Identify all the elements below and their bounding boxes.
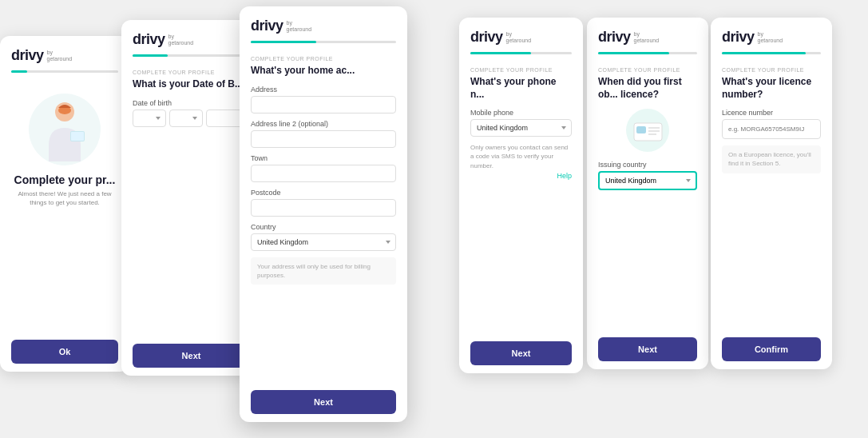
progress-bar-ld-bg — [722, 52, 821, 54]
issuing-country-label: Issuing country — [598, 161, 697, 169]
address2-input[interactable] — [251, 130, 396, 148]
progress-bar-phone-bg — [470, 52, 572, 54]
card-welcome-header: drivy by getaround — [0, 36, 129, 78]
logo-phone: drivy by getaround — [470, 29, 572, 46]
progress-bar-dob — [133, 54, 168, 57]
progress-bar-phone — [470, 52, 531, 54]
dob-month-select[interactable] — [169, 110, 203, 127]
card-phone-header: drivy by getaround — [459, 18, 583, 59]
logo-drivy-ld: drivy — [722, 29, 755, 46]
phone-country-select[interactable]: United Kingdom France — [470, 119, 572, 137]
progress-bar-address — [251, 41, 316, 43]
card-lc-title: When did you first ob... licence? — [598, 76, 697, 101]
phone-info: Only owners you contact can send a code … — [470, 143, 572, 170]
postcode-label: Postcode — [251, 189, 396, 197]
lc-next-button[interactable]: Next — [598, 337, 697, 361]
card-phone-title: What's your phone n... — [470, 76, 572, 101]
logo: drivy by getaround — [11, 47, 118, 64]
address-input[interactable] — [251, 96, 396, 113]
section-label-ld: COMPLETE YOUR PROFILE — [722, 67, 821, 73]
card-ld-body: COMPLETE YOUR PROFILE What's your licenc… — [711, 59, 832, 329]
phone-field-group: Mobile phone United Kingdom France — [470, 109, 572, 137]
logo-drivy-phone: drivy — [470, 29, 503, 46]
logo-ld: drivy by getaround — [722, 29, 821, 46]
cards-container: drivy by getaround — [0, 0, 868, 438]
welcome-illustration — [29, 94, 101, 165]
issuing-country-select[interactable]: United Kingdom France — [598, 171, 697, 190]
dob-selects — [133, 110, 250, 127]
phone-field-label: Mobile phone — [470, 109, 572, 117]
ok-button[interactable]: Ok — [11, 340, 118, 364]
card-welcome-body: Complete your pr... Almost there! We jus… — [0, 78, 129, 332]
confirm-button[interactable]: Confirm — [722, 337, 821, 361]
dob-field-label: Date of birth — [133, 99, 250, 107]
section-label-dob: COMPLETE YOUR PROFILE — [133, 70, 250, 75]
progress-bar-lc-bg — [598, 52, 697, 54]
card-phone-body: COMPLETE YOUR PROFILE What's your phone … — [459, 59, 583, 333]
address2-label: Address line 2 (optional) — [251, 120, 396, 128]
logo-drivy-address: drivy — [251, 18, 283, 34]
country-field: Country United Kingdom France Germany — [251, 223, 396, 251]
progress-bar-address-bg — [251, 41, 396, 43]
address-note: Your address will only be used for billi… — [251, 257, 396, 285]
address-next-button[interactable]: Next — [251, 390, 396, 414]
card-ld-footer: Confirm — [711, 329, 832, 369]
postcode-field: Postcode — [251, 189, 396, 217]
card-dob-title: What is your Date of B... — [133, 78, 250, 91]
town-field: Town — [251, 154, 396, 182]
help-link[interactable]: Help — [470, 172, 572, 180]
address-field: Address — [251, 86, 396, 113]
progress-bar-dob-bg — [133, 54, 250, 57]
phone-next-button[interactable]: Next — [470, 341, 572, 365]
svg-rect-3 — [71, 132, 84, 141]
licence-illustration — [626, 109, 670, 153]
card-licence-date: drivy by getaround COMPLETE YOUR PROFILE… — [711, 18, 832, 369]
progress-bar — [11, 70, 27, 73]
progress-bar-lc — [598, 52, 669, 54]
card-lc-footer: Next — [587, 329, 708, 369]
address-label: Address — [251, 86, 396, 94]
card-phone: drivy by getaround COMPLETE YOUR PROFILE… — [459, 18, 583, 373]
person-icon — [37, 98, 93, 161]
section-label-phone: COMPLETE YOUR PROFILE — [470, 67, 572, 73]
card-address-header: drivy by getaround — [240, 6, 407, 48]
logo-drivy-text: drivy — [11, 47, 44, 64]
licence-number-field: Licence number — [722, 109, 821, 139]
welcome-title: Complete your pr... — [11, 173, 118, 186]
card-ld-header: drivy by getaround — [711, 18, 832, 59]
card-ld-title: What's your licence number? — [722, 76, 821, 101]
section-label-address: COMPLETE YOUR PROFILE — [251, 56, 396, 62]
licence-number-input[interactable] — [722, 119, 821, 139]
dob-day-select[interactable] — [133, 110, 166, 127]
logo-by: by — [47, 50, 73, 56]
card-licence-country: drivy by getaround COMPLETE YOUR PROFILE… — [587, 18, 708, 369]
progress-bar-bg — [11, 70, 118, 73]
licence-number-label: Licence number — [722, 109, 821, 117]
welcome-subtitle: Almost there! We just need a few things … — [11, 189, 118, 207]
card-welcome: drivy by getaround — [0, 36, 129, 372]
card-lc-body: COMPLETE YOUR PROFILE When did you first… — [587, 59, 708, 329]
logo-lc: drivy by getaround — [598, 29, 697, 46]
logo-drivy-lc: drivy — [598, 29, 631, 46]
card-address-title: What's your home ac... — [251, 65, 396, 78]
section-label-lc: COMPLETE YOUR PROFILE — [598, 67, 697, 73]
town-input[interactable] — [251, 165, 396, 182]
card-phone-footer: Next — [459, 333, 583, 373]
logo-drivy-dob: drivy — [133, 31, 165, 48]
svg-rect-6 — [636, 126, 646, 133]
dob-next-button[interactable]: Next — [133, 344, 250, 368]
country-select[interactable]: United Kingdom France Germany — [251, 233, 396, 251]
logo-text-group: by getaround — [47, 50, 73, 62]
logo-getaround: getaround — [47, 56, 73, 62]
progress-bar-ld — [722, 52, 806, 54]
town-label: Town — [251, 154, 396, 162]
country-label: Country — [251, 223, 396, 231]
lc-illustration-container — [598, 109, 697, 156]
dob-field-group: Date of birth — [133, 99, 250, 127]
card-welcome-footer: Ok — [0, 332, 129, 372]
logo-dob: drivy by getaround — [133, 31, 250, 48]
card-lc-header: drivy by getaround — [587, 18, 708, 59]
card-address: drivy by getaround COMPLETE YOUR PROFILE… — [240, 6, 407, 422]
postcode-input[interactable] — [251, 199, 396, 217]
licence-note: On a European licence, you'll find it in… — [722, 145, 821, 173]
